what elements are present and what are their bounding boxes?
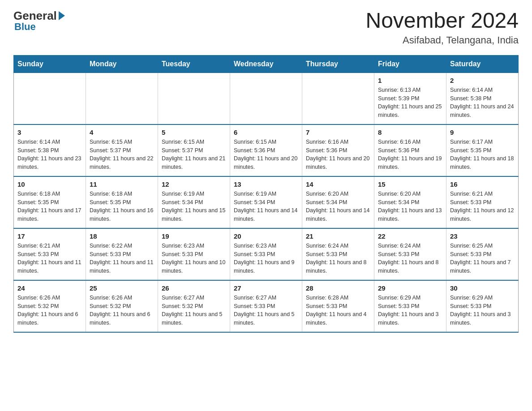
weekday-header-sunday: Sunday	[14, 55, 86, 73]
day-info: Sunrise: 6:14 AMSunset: 5:38 PMDaylight:…	[17, 138, 82, 171]
day-number: 25	[90, 284, 154, 292]
calendar-week-row: 24Sunrise: 6:26 AMSunset: 5:32 PMDayligh…	[14, 280, 519, 332]
calendar-cell: 2Sunrise: 6:14 AMSunset: 5:38 PMDaylight…	[446, 73, 519, 124]
calendar-cell: 26Sunrise: 6:27 AMSunset: 5:32 PMDayligh…	[158, 280, 230, 332]
month-title: November 2024	[365, 9, 519, 33]
day-info: Sunrise: 6:21 AMSunset: 5:33 PMDaylight:…	[17, 242, 82, 275]
calendar-cell: 19Sunrise: 6:23 AMSunset: 5:33 PMDayligh…	[158, 228, 230, 280]
day-info: Sunrise: 6:19 AMSunset: 5:34 PMDaylight:…	[162, 190, 226, 223]
calendar-header-row: SundayMondayTuesdayWednesdayThursdayFrid…	[14, 55, 519, 73]
day-info: Sunrise: 6:26 AMSunset: 5:32 PMDaylight:…	[17, 294, 82, 327]
calendar-cell: 9Sunrise: 6:17 AMSunset: 5:35 PMDaylight…	[446, 124, 519, 176]
calendar-cell: 17Sunrise: 6:21 AMSunset: 5:33 PMDayligh…	[14, 228, 86, 280]
calendar-cell: 1Sunrise: 6:13 AMSunset: 5:39 PMDaylight…	[374, 73, 446, 124]
weekday-header-friday: Friday	[374, 55, 446, 73]
weekday-header-wednesday: Wednesday	[230, 55, 302, 73]
day-number: 30	[450, 284, 515, 292]
day-info: Sunrise: 6:27 AMSunset: 5:32 PMDaylight:…	[162, 294, 226, 327]
page-header: General Blue November 2024 Asifabad, Tel…	[13, 9, 519, 46]
day-info: Sunrise: 6:17 AMSunset: 5:35 PMDaylight:…	[450, 138, 515, 171]
day-number: 16	[450, 180, 515, 188]
calendar-cell	[158, 73, 230, 124]
day-info: Sunrise: 6:15 AMSunset: 5:36 PMDaylight:…	[234, 138, 298, 171]
calendar-cell: 24Sunrise: 6:26 AMSunset: 5:32 PMDayligh…	[14, 280, 86, 332]
day-number: 27	[234, 284, 298, 292]
day-number: 21	[306, 232, 370, 240]
day-info: Sunrise: 6:20 AMSunset: 5:34 PMDaylight:…	[306, 190, 370, 223]
day-number: 14	[306, 180, 370, 188]
day-info: Sunrise: 6:14 AMSunset: 5:38 PMDaylight:…	[450, 86, 515, 120]
calendar-cell: 18Sunrise: 6:22 AMSunset: 5:33 PMDayligh…	[86, 228, 158, 280]
day-number: 19	[162, 232, 226, 240]
day-info: Sunrise: 6:21 AMSunset: 5:33 PMDaylight:…	[450, 190, 515, 223]
calendar-table: SundayMondayTuesdayWednesdayThursdayFrid…	[13, 55, 519, 333]
day-number: 11	[90, 180, 154, 188]
day-number: 29	[378, 284, 442, 292]
calendar-cell	[14, 73, 86, 124]
calendar-week-row: 17Sunrise: 6:21 AMSunset: 5:33 PMDayligh…	[14, 228, 519, 280]
day-number: 22	[378, 232, 442, 240]
day-number: 24	[17, 284, 82, 292]
day-number: 18	[90, 232, 154, 240]
weekday-header-thursday: Thursday	[302, 55, 374, 73]
title-block: November 2024 Asifabad, Telangana, India	[365, 9, 519, 46]
day-info: Sunrise: 6:24 AMSunset: 5:33 PMDaylight:…	[378, 242, 442, 275]
calendar-cell: 16Sunrise: 6:21 AMSunset: 5:33 PMDayligh…	[446, 176, 519, 228]
calendar-cell: 11Sunrise: 6:18 AMSunset: 5:35 PMDayligh…	[86, 176, 158, 228]
day-info: Sunrise: 6:22 AMSunset: 5:33 PMDaylight:…	[90, 242, 154, 275]
calendar-cell: 15Sunrise: 6:20 AMSunset: 5:34 PMDayligh…	[374, 176, 446, 228]
day-number: 12	[162, 180, 226, 188]
day-number: 5	[162, 128, 226, 136]
calendar-cell: 30Sunrise: 6:29 AMSunset: 5:33 PMDayligh…	[446, 280, 519, 332]
weekday-header-saturday: Saturday	[446, 55, 519, 73]
day-info: Sunrise: 6:27 AMSunset: 5:33 PMDaylight:…	[234, 294, 298, 327]
day-number: 10	[17, 180, 82, 188]
day-info: Sunrise: 6:20 AMSunset: 5:34 PMDaylight:…	[378, 190, 442, 223]
calendar-cell: 5Sunrise: 6:15 AMSunset: 5:37 PMDaylight…	[158, 124, 230, 176]
calendar-cell: 13Sunrise: 6:19 AMSunset: 5:34 PMDayligh…	[230, 176, 302, 228]
day-info: Sunrise: 6:18 AMSunset: 5:35 PMDaylight:…	[17, 190, 82, 223]
calendar-week-row: 3Sunrise: 6:14 AMSunset: 5:38 PMDaylight…	[14, 124, 519, 176]
day-info: Sunrise: 6:28 AMSunset: 5:33 PMDaylight:…	[306, 294, 370, 327]
day-number: 26	[162, 284, 226, 292]
logo-blue-text: Blue	[14, 21, 36, 33]
day-number: 4	[90, 128, 154, 136]
day-info: Sunrise: 6:18 AMSunset: 5:35 PMDaylight:…	[90, 190, 154, 223]
day-info: Sunrise: 6:13 AMSunset: 5:39 PMDaylight:…	[378, 86, 442, 120]
location-subtitle: Asifabad, Telangana, India	[365, 34, 519, 46]
day-info: Sunrise: 6:16 AMSunset: 5:36 PMDaylight:…	[306, 138, 370, 171]
calendar-week-row: 10Sunrise: 6:18 AMSunset: 5:35 PMDayligh…	[14, 176, 519, 228]
day-number: 1	[378, 77, 442, 84]
day-number: 23	[450, 232, 515, 240]
day-info: Sunrise: 6:23 AMSunset: 5:33 PMDaylight:…	[234, 242, 298, 275]
calendar-cell: 3Sunrise: 6:14 AMSunset: 5:38 PMDaylight…	[14, 124, 86, 176]
logo-arrow-icon	[59, 11, 65, 20]
day-number: 9	[450, 128, 515, 136]
calendar-cell: 28Sunrise: 6:28 AMSunset: 5:33 PMDayligh…	[302, 280, 374, 332]
calendar-cell: 8Sunrise: 6:16 AMSunset: 5:36 PMDaylight…	[374, 124, 446, 176]
calendar-cell: 12Sunrise: 6:19 AMSunset: 5:34 PMDayligh…	[158, 176, 230, 228]
calendar-cell: 27Sunrise: 6:27 AMSunset: 5:33 PMDayligh…	[230, 280, 302, 332]
calendar-cell: 6Sunrise: 6:15 AMSunset: 5:36 PMDaylight…	[230, 124, 302, 176]
calendar-cell: 20Sunrise: 6:23 AMSunset: 5:33 PMDayligh…	[230, 228, 302, 280]
day-number: 2	[450, 77, 515, 84]
calendar-cell: 23Sunrise: 6:25 AMSunset: 5:33 PMDayligh…	[446, 228, 519, 280]
calendar-cell	[86, 73, 158, 124]
calendar-cell: 7Sunrise: 6:16 AMSunset: 5:36 PMDaylight…	[302, 124, 374, 176]
day-info: Sunrise: 6:16 AMSunset: 5:36 PMDaylight:…	[378, 138, 442, 171]
logo: General Blue	[13, 9, 65, 33]
weekday-header-monday: Monday	[86, 55, 158, 73]
calendar-cell: 21Sunrise: 6:24 AMSunset: 5:33 PMDayligh…	[302, 228, 374, 280]
day-number: 20	[234, 232, 298, 240]
calendar-cell: 14Sunrise: 6:20 AMSunset: 5:34 PMDayligh…	[302, 176, 374, 228]
day-info: Sunrise: 6:24 AMSunset: 5:33 PMDaylight:…	[306, 242, 370, 275]
day-number: 7	[306, 128, 370, 136]
day-info: Sunrise: 6:26 AMSunset: 5:32 PMDaylight:…	[90, 294, 154, 327]
day-info: Sunrise: 6:15 AMSunset: 5:37 PMDaylight:…	[90, 138, 154, 171]
day-info: Sunrise: 6:29 AMSunset: 5:33 PMDaylight:…	[378, 294, 442, 327]
day-info: Sunrise: 6:25 AMSunset: 5:33 PMDaylight:…	[450, 242, 515, 275]
day-number: 3	[17, 128, 82, 136]
calendar-cell: 25Sunrise: 6:26 AMSunset: 5:32 PMDayligh…	[86, 280, 158, 332]
calendar-cell: 4Sunrise: 6:15 AMSunset: 5:37 PMDaylight…	[86, 124, 158, 176]
day-number: 13	[234, 180, 298, 188]
